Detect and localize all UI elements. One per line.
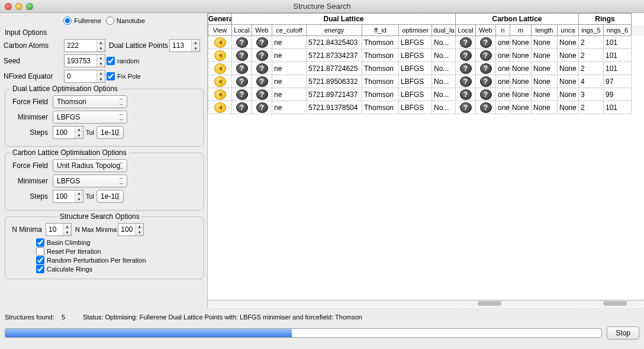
question-icon[interactable]: ? (256, 89, 268, 100)
table-row[interactable]: ??ne5721.84325403ThomsonLBFGSNo...??oneN… (208, 36, 644, 49)
view-icon[interactable] (214, 63, 226, 74)
seed-field[interactable]: ▲▼ (64, 54, 105, 67)
carbon-steps-field[interactable]: ▲▼ (53, 190, 83, 203)
question-icon[interactable]: ? (256, 37, 268, 48)
question-icon[interactable]: ? (460, 37, 472, 48)
table-row[interactable]: ??ne5721.87334237ThomsonLBFGSNo...??oneN… (208, 49, 644, 62)
carbon-lattice-opt-group: Carbon Lattice Optimisation Options Forc… (5, 153, 204, 211)
question-icon[interactable]: ? (236, 50, 248, 61)
progress-bar (5, 328, 602, 338)
view-icon[interactable] (214, 76, 226, 87)
n-max-minima-field[interactable]: ▲▼ (118, 223, 144, 236)
structures-count: 5 (62, 314, 65, 321)
table-body[interactable]: ??ne5721.84325403ThomsonLBFGSNo...??oneN… (208, 36, 644, 300)
input-options-label: Input Options (5, 28, 205, 37)
dual-minimiser-combo[interactable]: LBFGS (53, 111, 127, 124)
question-icon[interactable]: ? (460, 89, 472, 100)
carbon-minimiser-combo[interactable]: LBFGS (53, 174, 127, 188)
table-row[interactable]: ??ne5721.89506332ThomsonLBFGSNo...??oneN… (208, 75, 644, 88)
stop-button[interactable]: Stop (607, 327, 639, 340)
nfixed-field[interactable]: ▲▼ (64, 70, 105, 83)
question-icon[interactable]: ? (256, 76, 268, 87)
question-icon[interactable]: ? (480, 63, 492, 74)
table-row[interactable]: ??ne5721.89721437ThomsonLBFGSNo...??oneN… (208, 88, 644, 101)
random-checkbox[interactable]: random (107, 57, 139, 65)
basin-climbing-checkbox[interactable]: Basin Climbing (36, 238, 198, 247)
nfixed-label: NFixed Equator (4, 72, 63, 80)
status-text: Optimising: Fullerene Dual Lattice Point… (105, 314, 362, 321)
dual-points-label: Dual Lattice Points (109, 41, 168, 50)
random-perturb-checkbox[interactable]: Random Perturbation Per Iteration (36, 256, 198, 264)
question-icon[interactable]: ? (460, 76, 472, 87)
question-icon[interactable]: ? (480, 89, 492, 100)
table-row[interactable]: ??ne5721.91378504ThomsonLBFGSNo...??oneN… (208, 101, 644, 114)
question-icon[interactable]: ? (480, 76, 492, 87)
question-icon[interactable]: ? (236, 63, 248, 74)
table-row[interactable]: ??ne5721.87724625ThomsonLBFGSNo...??oneN… (208, 62, 644, 75)
scroll-hint (208, 300, 644, 308)
radio-nanotube[interactable]: Nanotube (106, 17, 145, 25)
titlebar: Structure Search (0, 0, 644, 13)
question-icon[interactable]: ? (480, 50, 492, 61)
left-panel: Fullerene Nanotube Input Options Carbon … (0, 13, 207, 308)
dual-points-field[interactable]: ▲▼ (169, 39, 200, 52)
calculate-rings-checkbox[interactable]: Calculate Rings (36, 265, 198, 273)
question-icon[interactable]: ? (256, 102, 268, 113)
view-icon[interactable] (214, 89, 226, 100)
question-icon[interactable]: ? (460, 102, 472, 113)
question-icon[interactable]: ? (236, 89, 248, 100)
carbon-force-field-combo[interactable]: Unit Radius Topolog (53, 159, 127, 172)
table-col-header: View Local Web ce_cutoff energy ff_id op… (208, 25, 644, 36)
structure-search-group: Structure Search Options N Minima ▲▼ N M… (5, 216, 204, 279)
question-icon[interactable]: ? (236, 102, 248, 113)
question-icon[interactable]: ? (480, 37, 492, 48)
carbon-atoms-field[interactable]: ▲▼ (64, 39, 105, 52)
chevron-down-icon[interactable]: ▼ (97, 46, 105, 51)
chevron-up-icon[interactable]: ▲ (97, 40, 105, 46)
question-icon[interactable]: ? (460, 63, 472, 74)
dual-tol-combo[interactable]: 1e-10 (96, 126, 124, 139)
carbon-tol-combo[interactable]: 1e-10 (96, 190, 124, 203)
question-icon[interactable]: ? (460, 50, 472, 61)
status-bar: Structures found: 5 Status: Optimising: … (0, 308, 644, 323)
scrollbar-thumb[interactable] (478, 301, 501, 306)
question-icon[interactable]: ? (236, 37, 248, 48)
dual-steps-field[interactable]: ▲▼ (53, 126, 83, 139)
fix-pole-checkbox[interactable]: Fix Pole (107, 72, 141, 80)
view-icon[interactable] (214, 50, 226, 61)
window-title: Structure Search (0, 2, 644, 11)
dual-lattice-opt-group: Dual Lattice Optimisation Options Force … (5, 89, 204, 147)
table-group-header: General Dual Lattice Carbon Lattice Ring… (208, 13, 644, 25)
question-icon[interactable]: ? (256, 50, 268, 61)
question-icon[interactable]: ? (236, 76, 248, 87)
view-icon[interactable] (214, 102, 226, 113)
seed-label: Seed (4, 57, 63, 65)
results-panel: General Dual Lattice Carbon Lattice Ring… (207, 13, 644, 308)
question-icon[interactable]: ? (480, 102, 492, 113)
carbon-atoms-label: Carbon Atoms (4, 41, 63, 50)
question-icon[interactable]: ? (256, 63, 268, 74)
radio-fullerene[interactable]: Fullerene (63, 17, 101, 25)
n-minima-field[interactable]: ▲▼ (46, 223, 72, 236)
view-icon[interactable] (214, 37, 226, 48)
scrollbar-thumb[interactable] (603, 301, 627, 306)
dual-force-field-combo[interactable]: Thomson (53, 95, 127, 108)
reset-per-iteration-checkbox[interactable]: Reset Per Iteration (36, 247, 198, 256)
